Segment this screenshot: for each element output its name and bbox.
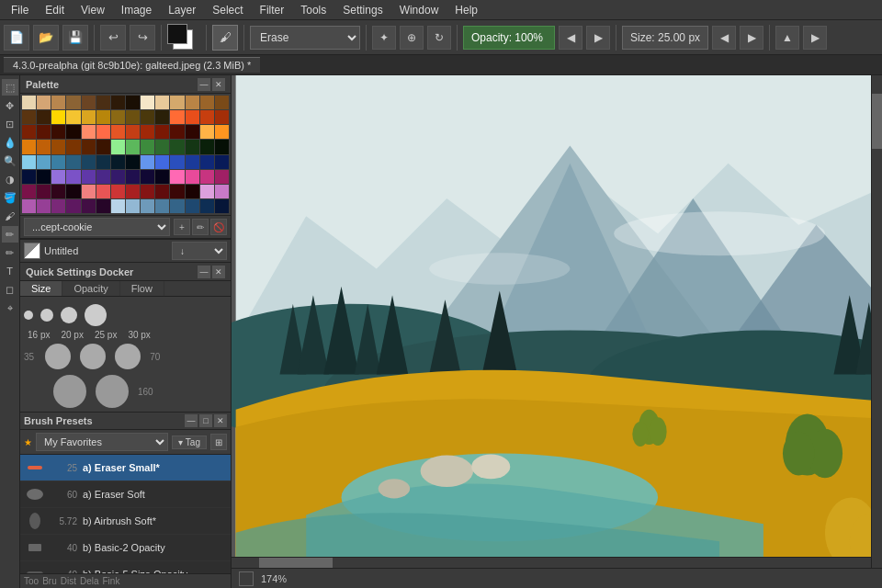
- color-swatch[interactable]: [51, 170, 65, 184]
- color-swatch[interactable]: [96, 125, 110, 139]
- status-color-swatch[interactable]: [239, 571, 254, 586]
- tool-move[interactable]: ✥: [2, 97, 18, 114]
- color-swatch[interactable]: [170, 185, 184, 198]
- color-swatch[interactable]: [155, 125, 169, 139]
- color-swatch[interactable]: [155, 155, 169, 169]
- bp-grid-button[interactable]: ⊞: [210, 434, 227, 450]
- color-swatch[interactable]: [215, 155, 229, 169]
- color-swatch[interactable]: [141, 199, 154, 213]
- qs-close[interactable]: ✕: [212, 266, 225, 278]
- palette-minimize[interactable]: —: [198, 78, 210, 91]
- color-swatch[interactable]: [82, 199, 96, 213]
- color-swatch[interactable]: [186, 155, 199, 169]
- color-swatch[interactable]: [22, 140, 36, 153]
- color-swatch[interactable]: [186, 185, 199, 198]
- menu-settings[interactable]: Settings: [335, 2, 390, 18]
- color-swatch[interactable]: [22, 185, 36, 198]
- color-swatch[interactable]: [111, 140, 125, 153]
- color-swatch[interactable]: [51, 185, 65, 198]
- color-swatch[interactable]: [66, 110, 80, 124]
- color-swatch[interactable]: [22, 125, 36, 139]
- color-swatch[interactable]: [111, 185, 125, 198]
- palette-add-btn[interactable]: +: [174, 219, 190, 235]
- size-increase[interactable]: ▶: [740, 26, 763, 50]
- color-swatch[interactable]: [141, 140, 154, 153]
- color-swatch[interactable]: [141, 155, 154, 169]
- color-swatch[interactable]: [37, 155, 51, 169]
- opacity-increase[interactable]: ▶: [586, 26, 610, 50]
- color-swatch[interactable]: [37, 170, 51, 184]
- qs-tab-size[interactable]: Size: [20, 281, 62, 296]
- save-button[interactable]: 💾: [62, 25, 88, 51]
- tool-path[interactable]: ⌖: [2, 300, 18, 316]
- color-swatch[interactable]: [37, 185, 51, 198]
- tool-brush[interactable]: 🖌: [2, 208, 18, 224]
- color-swatch[interactable]: [200, 185, 214, 198]
- color-swatch[interactable]: [22, 155, 36, 169]
- color-swatch[interactable]: [141, 185, 154, 198]
- tool-zoom[interactable]: 🔍: [2, 153, 18, 169]
- color-swatch[interactable]: [51, 96, 65, 109]
- color-swatch[interactable]: [66, 170, 80, 184]
- color-swatch[interactable]: [111, 155, 125, 169]
- color-swatch[interactable]: [96, 170, 110, 184]
- color-swatch[interactable]: [155, 110, 169, 124]
- tool-rect-select[interactable]: ⬚: [2, 79, 18, 96]
- menu-view[interactable]: View: [74, 2, 112, 18]
- vertical-scrollbar[interactable]: [871, 75, 882, 568]
- qs-tab-opacity[interactable]: Opacity: [62, 281, 119, 296]
- menu-edit[interactable]: Edit: [38, 2, 72, 18]
- brush-preset-item[interactable]: 5.72 b) Airbrush Soft*: [20, 508, 231, 535]
- color-swatch[interactable]: [37, 110, 51, 124]
- color-swatch[interactable]: [126, 125, 140, 139]
- color-swatch[interactable]: [22, 170, 36, 184]
- palette-delete-btn[interactable]: 🚫: [210, 219, 227, 235]
- brush-size-4[interactable]: [85, 304, 107, 326]
- color-selector[interactable]: [167, 24, 200, 51]
- color-swatch[interactable]: [111, 110, 125, 124]
- color-swatch[interactable]: [170, 199, 184, 213]
- color-swatch[interactable]: [96, 199, 110, 213]
- color-swatch[interactable]: [22, 96, 36, 109]
- size-display[interactable]: Size: 25.00 px: [622, 26, 708, 50]
- color-swatch[interactable]: [126, 185, 140, 198]
- color-swatch[interactable]: [200, 199, 214, 213]
- color-swatch[interactable]: [82, 185, 96, 198]
- color-swatch[interactable]: [186, 125, 199, 139]
- qs-minimize[interactable]: —: [198, 266, 210, 278]
- color-swatch[interactable]: [126, 199, 140, 213]
- color-swatch[interactable]: [155, 199, 169, 213]
- menu-layer[interactable]: Layer: [161, 2, 203, 18]
- color-swatch[interactable]: [170, 125, 184, 139]
- color-swatch[interactable]: [126, 96, 140, 109]
- brush-preset-3[interactable]: [115, 344, 141, 369]
- menu-tools[interactable]: Tools: [293, 2, 334, 18]
- bp-maximize[interactable]: □: [199, 414, 212, 427]
- color-swatch[interactable]: [186, 110, 199, 124]
- open-button[interactable]: 📂: [33, 25, 59, 51]
- color-swatch[interactable]: [66, 185, 80, 198]
- color-swatch[interactable]: [37, 199, 51, 213]
- brush-preset-5[interactable]: [96, 375, 129, 408]
- tool-eraser[interactable]: ✏: [2, 226, 18, 243]
- color-swatch[interactable]: [82, 125, 96, 139]
- color-swatch[interactable]: [200, 170, 214, 184]
- color-swatch[interactable]: [141, 96, 154, 109]
- tool-gradient[interactable]: ◑: [2, 171, 18, 187]
- color-swatch[interactable]: [170, 140, 184, 153]
- tool-opt3[interactable]: ↻: [427, 26, 451, 50]
- color-swatch[interactable]: [51, 155, 65, 169]
- palette-close[interactable]: ✕: [212, 78, 225, 91]
- tool-crop[interactable]: ⊡: [2, 116, 18, 132]
- color-swatch[interactable]: [215, 140, 229, 153]
- color-swatch[interactable]: [200, 110, 214, 124]
- color-swatch[interactable]: [215, 110, 229, 124]
- color-swatch[interactable]: [51, 110, 65, 124]
- size-decrease[interactable]: ◀: [712, 26, 736, 50]
- color-swatch[interactable]: [111, 96, 125, 109]
- color-swatch[interactable]: [82, 110, 96, 124]
- color-swatch[interactable]: [126, 140, 140, 153]
- brush-preset-item[interactable]: 60 a) Eraser Soft: [20, 481, 231, 508]
- menu-image[interactable]: Image: [114, 2, 159, 18]
- color-swatch[interactable]: [126, 110, 140, 124]
